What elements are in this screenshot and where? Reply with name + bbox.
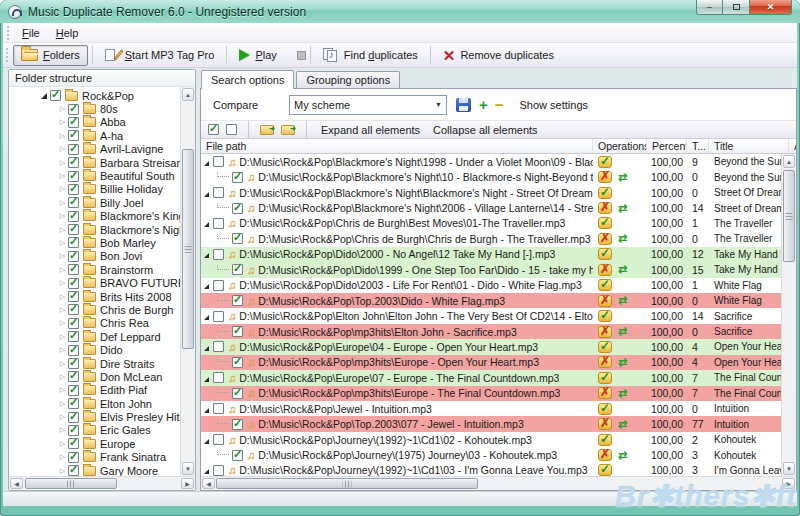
row-checkbox[interactable] bbox=[232, 450, 243, 461]
collapse-arrow-icon[interactable] bbox=[204, 315, 209, 320]
operation-recycle-icon[interactable]: ⇄ bbox=[618, 449, 627, 462]
expand-arrow-icon[interactable]: ▷ bbox=[57, 333, 68, 341]
expand-arrow-icon[interactable]: ▷ bbox=[57, 132, 68, 140]
expand-arrow-icon[interactable]: ▷ bbox=[57, 467, 68, 475]
row-checkbox[interactable] bbox=[232, 326, 243, 337]
table-horizontal-scrollbar[interactable]: ◀ ▶ bbox=[201, 476, 796, 490]
close-button[interactable]: ✕ bbox=[750, 0, 792, 15]
operation-keep-icon[interactable] bbox=[598, 464, 612, 476]
table-row[interactable]: ♫ D:\Music\Rock&Pop\Top.2003\077 - Jewel… bbox=[201, 416, 796, 431]
operation-keep-icon[interactable] bbox=[598, 279, 612, 291]
folder-checkbox[interactable] bbox=[68, 104, 79, 115]
minimize-button[interactable]: – bbox=[696, 0, 723, 15]
folder-checkbox[interactable] bbox=[68, 371, 79, 382]
expand-arrow-icon[interactable]: ▷ bbox=[57, 440, 68, 448]
table-scroll-thumb[interactable] bbox=[783, 170, 795, 262]
operation-remove-icon[interactable] bbox=[598, 418, 612, 430]
expand-arrow-icon[interactable]: ▷ bbox=[57, 426, 68, 434]
table-row[interactable]: ♫ D:\Music\Rock&Pop\Dido\1999 - One Step… bbox=[201, 262, 796, 277]
tree-folder-item[interactable]: ▷ Blackmore's Kingdom bbox=[9, 210, 195, 223]
row-checkbox[interactable] bbox=[232, 264, 243, 275]
operation-keep-icon[interactable] bbox=[598, 187, 612, 199]
operation-remove-icon[interactable] bbox=[598, 326, 612, 338]
delete-scheme-icon[interactable]: − bbox=[495, 97, 504, 112]
folder-checkbox[interactable] bbox=[68, 130, 79, 141]
tree-folder-item[interactable]: ▷ Don McLean bbox=[9, 370, 195, 383]
folder-checkbox[interactable] bbox=[68, 304, 79, 315]
folder-checkbox[interactable] bbox=[68, 224, 79, 235]
expand-arrow-icon[interactable]: ▷ bbox=[57, 159, 68, 167]
tree-folder-item[interactable]: ▷ Dido bbox=[9, 343, 195, 356]
column-percent[interactable]: Percent bbox=[647, 139, 687, 153]
expand-all-button[interactable]: Expand all elements bbox=[318, 124, 423, 136]
find-duplicates-button[interactable]: ♪ Find duplicates bbox=[315, 45, 426, 66]
check-all-checkbox[interactable] bbox=[208, 124, 219, 135]
collapse-folders-icon[interactable] bbox=[281, 125, 295, 135]
scroll-down-icon[interactable]: ▼ bbox=[783, 462, 795, 475]
expand-arrow-icon[interactable]: ▷ bbox=[57, 453, 68, 461]
table-row[interactable]: ♫ D:\Music\Rock&Pop\Chris de Burgh\Best … bbox=[201, 216, 796, 231]
table-row[interactable]: ♫ D:\Music\Rock&Pop\Dido\2003 - Life For… bbox=[201, 278, 796, 293]
tree-folder-item[interactable]: ▷ Beautiful South bbox=[9, 169, 195, 182]
tree-folder-item[interactable]: ▷ Barbara Streisand bbox=[9, 156, 195, 169]
row-checkbox[interactable] bbox=[213, 434, 224, 445]
row-checkbox[interactable] bbox=[232, 233, 243, 244]
operation-keep-icon[interactable] bbox=[598, 156, 612, 168]
tree-root-item[interactable]: Rock&Pop bbox=[9, 89, 195, 102]
table-row[interactable]: ♫ D:\Music\Rock&Pop\Journey\(1992)~1\Cd1… bbox=[201, 463, 796, 476]
tree-folder-item[interactable]: ▷ BRAVO FUTURE HIT bbox=[9, 276, 195, 289]
scroll-left-icon[interactable]: ◀ bbox=[10, 478, 23, 489]
expand-arrow-icon[interactable]: ▷ bbox=[57, 400, 68, 408]
tree-folder-item[interactable]: ▷ Abba bbox=[9, 116, 195, 129]
folder-checkbox[interactable] bbox=[68, 358, 79, 369]
operation-remove-icon[interactable] bbox=[598, 387, 612, 399]
expand-arrow-icon[interactable]: ▷ bbox=[57, 105, 68, 113]
collapse-arrow-icon[interactable] bbox=[204, 253, 209, 258]
operation-recycle-icon[interactable]: ⇄ bbox=[618, 387, 627, 400]
tree-folder-item[interactable]: ▷ Def Leppard bbox=[9, 330, 195, 343]
table-row[interactable]: ♫ D:\Music\Rock&Pop\Europe\04 - Europe -… bbox=[201, 339, 796, 354]
tree-folder-item[interactable]: ▷ Frank Sinatra bbox=[9, 451, 195, 464]
collapse-arrow-icon[interactable] bbox=[204, 408, 209, 413]
tree-folder-item[interactable]: ▷ Brainstorm bbox=[9, 263, 195, 276]
tree-folder-item[interactable]: ▷ Bon Jovi bbox=[9, 250, 195, 263]
table-row[interactable]: ♫ D:\Music\Rock&Pop\Top.2003\Dido - Whit… bbox=[201, 293, 796, 308]
tab-grouping-options[interactable]: Grouping options bbox=[296, 71, 400, 88]
show-settings-link[interactable]: Show settings bbox=[520, 99, 588, 111]
row-checkbox[interactable] bbox=[213, 465, 224, 476]
collapse-arrow-icon[interactable] bbox=[204, 439, 209, 444]
expand-arrow-icon[interactable]: ▷ bbox=[57, 172, 68, 180]
scroll-up-icon[interactable]: ▲ bbox=[182, 88, 194, 101]
tree-folder-item[interactable]: ▷ Eric Gales bbox=[9, 424, 195, 437]
folder-checkbox[interactable] bbox=[68, 144, 79, 155]
operation-recycle-icon[interactable]: ⇄ bbox=[618, 294, 627, 307]
column-track[interactable]: T... bbox=[687, 139, 709, 153]
expand-arrow-icon[interactable]: ▷ bbox=[57, 239, 68, 247]
tree-folder-item[interactable]: ▷ Billie Holiday bbox=[9, 183, 195, 196]
operation-keep-icon[interactable] bbox=[598, 248, 612, 260]
table-row[interactable]: ♫ D:\Music\Rock&Pop\Journey\(1992)~1\Cd1… bbox=[201, 432, 796, 447]
folder-checkbox[interactable] bbox=[68, 171, 79, 182]
scroll-down-icon[interactable]: ▼ bbox=[182, 462, 194, 475]
tree-folder-item[interactable]: ▷ Blackmore's Night bbox=[9, 223, 195, 236]
expand-arrow-icon[interactable]: ▷ bbox=[57, 226, 68, 234]
operation-keep-icon[interactable] bbox=[598, 341, 612, 353]
operation-remove-icon[interactable] bbox=[598, 449, 612, 461]
tree-folder-item[interactable]: ▷ A-ha bbox=[9, 129, 195, 142]
column-title[interactable]: Title bbox=[709, 139, 789, 153]
tree-folder-item[interactable]: ▷ Chris de Burgh bbox=[9, 303, 195, 316]
column-file-path[interactable]: File path bbox=[201, 139, 593, 153]
row-checkbox[interactable] bbox=[232, 419, 243, 430]
scroll-right-icon[interactable]: ▶ bbox=[181, 478, 194, 489]
expand-arrow-icon[interactable]: ▷ bbox=[57, 413, 68, 421]
table-row[interactable]: ♫ D:\Music\Rock&Pop\Blackmore's Night\10… bbox=[201, 169, 796, 184]
table-row[interactable]: ♫ D:\Music\Rock&Pop\mp3hits\Elton John -… bbox=[201, 324, 796, 339]
operation-remove-icon[interactable] bbox=[598, 233, 612, 245]
row-checkbox[interactable] bbox=[213, 372, 224, 383]
operation-recycle-icon[interactable]: ⇄ bbox=[618, 356, 627, 369]
operation-remove-icon[interactable] bbox=[598, 295, 612, 307]
operation-recycle-icon[interactable]: ⇄ bbox=[618, 325, 627, 338]
folder-checkbox[interactable] bbox=[68, 412, 79, 423]
menu-help[interactable]: Help bbox=[48, 25, 87, 41]
tree-horizontal-scrollbar[interactable]: ◀ ▶ bbox=[9, 476, 195, 490]
